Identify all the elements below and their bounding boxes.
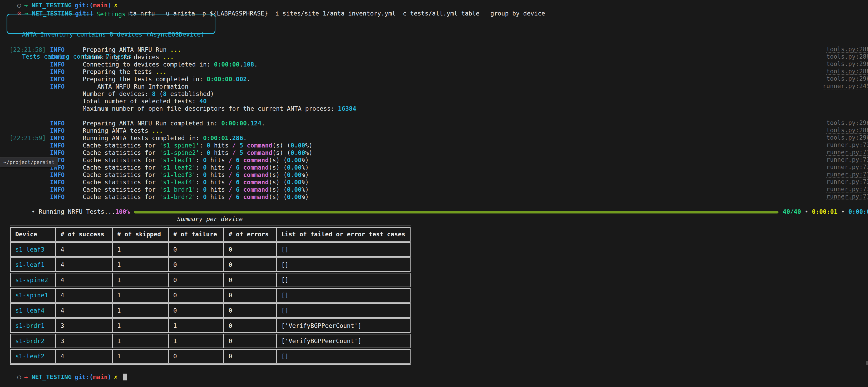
log-segment: ...: [170, 46, 181, 53]
log-line: Number of devices: 8 (8 established): [0, 90, 868, 98]
log-file-link[interactable]: tools.py:296: [827, 119, 868, 126]
log-line: Maximum number of open file descriptors …: [0, 105, 868, 112]
log-segment: /: [232, 142, 236, 149]
log-segment: :: [199, 149, 207, 156]
log-segment: 0:00:01: [203, 135, 228, 141]
table-cell: 0: [224, 288, 277, 303]
log-level: INFO: [50, 68, 83, 75]
log-segment: 0.00: [287, 157, 302, 164]
scrollbar-thumb[interactable]: [866, 361, 868, 365]
log-line: Total number of selected tests: 40: [0, 98, 868, 105]
git-suffix: ): [108, 374, 112, 380]
header-failed-list: List of failed or error test cases: [277, 226, 410, 242]
log-file-link[interactable]: runner.py:73: [827, 156, 868, 163]
table-cell: 0: [224, 272, 277, 288]
log-segment: 286: [232, 135, 243, 141]
log-level: INFO: [50, 178, 83, 186]
log-segment: hits: [210, 149, 232, 156]
path-tooltip: ~/project/persist: [0, 157, 58, 167]
progress-description: • Running NRFU Tests...: [31, 208, 115, 215]
device-cell: s1-brdr2: [10, 333, 56, 349]
table-cell: 4: [56, 257, 113, 272]
table-cell: 1: [113, 303, 168, 318]
log-level: INFO: [50, 142, 83, 149]
log-file-link[interactable]: runner.py:73: [827, 171, 868, 178]
log-segment: Cache statistics for: [83, 142, 159, 149]
log-segment: [240, 164, 243, 171]
log-line: INFOPreparing ANTA NRFU Run completed in…: [0, 119, 868, 127]
table-cell: ['VerifyBGPPeerCount']: [277, 318, 410, 333]
table-cell: 4: [56, 288, 113, 303]
log-level: INFO: [50, 46, 83, 54]
log-file-link[interactable]: runner.py:73: [827, 149, 868, 155]
log-line: INFOCache statistics for 's1-brdr1': 0 h…: [0, 186, 868, 193]
log-segment: [232, 164, 236, 171]
log-file-link[interactable]: runner.py:73: [827, 186, 868, 192]
active-prompt-line[interactable]: ○→NET_TESTINGgit:(main)✗: [0, 366, 868, 373]
log-segment: [232, 194, 236, 200]
log-segment: 's1-brdr2': [159, 194, 196, 200]
git-prefix: git:(: [75, 374, 93, 380]
log-file-link[interactable]: tools.py:288: [827, 46, 868, 52]
log-segment: 108: [243, 61, 254, 68]
table-row: s1-brdr13110['VerifyBGPPeerCount']: [10, 318, 410, 333]
command-line: ⊗→NET_TESTINGgit:(main)✗anta nrfu -u ari…: [0, 2, 868, 9]
log-file-link[interactable]: tools.py:296: [827, 61, 868, 67]
log-segment: command: [243, 186, 269, 193]
log-file-link[interactable]: runner.py:73: [827, 164, 868, 170]
table-cell: 0: [224, 242, 277, 257]
log-line: [22:21:59]INFORunning ANTA tests complet…: [0, 134, 868, 142]
table-cell: 1: [113, 333, 168, 349]
log-segment: [240, 157, 243, 164]
table-cell: 0: [224, 303, 277, 318]
log-file-link[interactable]: tools.py:288: [827, 68, 868, 75]
log-file-link[interactable]: runner.py:73: [827, 178, 868, 185]
log-segment: 0.00: [287, 164, 302, 171]
log-file-link[interactable]: runner.py:245: [823, 83, 868, 90]
log-file-link[interactable]: runner.py:73: [827, 193, 868, 200]
log-segment: %): [302, 171, 309, 178]
table-cell: []: [277, 242, 410, 257]
log-segment: :: [196, 186, 203, 193]
log-segment: [243, 142, 247, 149]
table-cell: ['VerifyBGPPeerCount']: [277, 333, 410, 349]
log-segment: [240, 194, 243, 200]
progress-percent: 100%: [115, 208, 130, 215]
table-row: s1-leaf34100[]: [10, 242, 410, 257]
log-segment: command: [243, 171, 269, 178]
log-segment: 6: [236, 164, 240, 171]
log-segment: hits: [207, 164, 228, 171]
log-segment: hits: [207, 157, 228, 164]
log-segment: %): [302, 194, 309, 200]
log-file-link[interactable]: tools.py:296: [827, 134, 868, 141]
log-segment: :: [196, 179, 203, 186]
terminal-window[interactable]: ○→NET_TESTINGgit:(main)✗ ⊗→NET_TESTINGgi…: [0, 0, 868, 387]
log-file-link[interactable]: tools.py:288: [827, 127, 868, 134]
log-segment: 8: [152, 91, 156, 97]
header-skipped: # of skipped: [113, 226, 168, 242]
table-cell: []: [277, 288, 410, 303]
table-row: s1-leaf44100[]: [10, 303, 410, 318]
log-segment: 0: [203, 164, 207, 171]
log-segment: 0.00: [290, 142, 305, 149]
table-cell: 4: [56, 272, 113, 288]
progress-elapsed-time: 0:00:01: [812, 208, 837, 215]
table-cell: 1: [113, 257, 168, 272]
log-segment: /: [228, 164, 232, 171]
log-file-link[interactable]: runner.py:73: [827, 142, 868, 148]
log-segment: 0.00: [290, 149, 305, 156]
log-segment: (s) (: [269, 194, 287, 200]
log-file-link[interactable]: tools.py:296: [827, 75, 868, 82]
log-segment: 's1-leaf2': [159, 164, 196, 171]
log-segment: 0: [207, 149, 210, 156]
device-cell: s1-leaf2: [10, 349, 56, 364]
progress-completed-count: 40/40: [783, 208, 801, 215]
log-segment: .: [239, 61, 243, 68]
log-segment: --- ANTA NRFU Run Information ---: [83, 83, 203, 90]
log-segment: 6: [236, 186, 240, 193]
log-line: INFOCache statistics for 's1-spine2': 0 …: [0, 149, 868, 156]
log-segment: [232, 171, 236, 178]
log-segment: command: [243, 157, 269, 164]
log-file-link[interactable]: tools.py:288: [827, 54, 868, 60]
log-segment: (s) (: [269, 179, 287, 186]
